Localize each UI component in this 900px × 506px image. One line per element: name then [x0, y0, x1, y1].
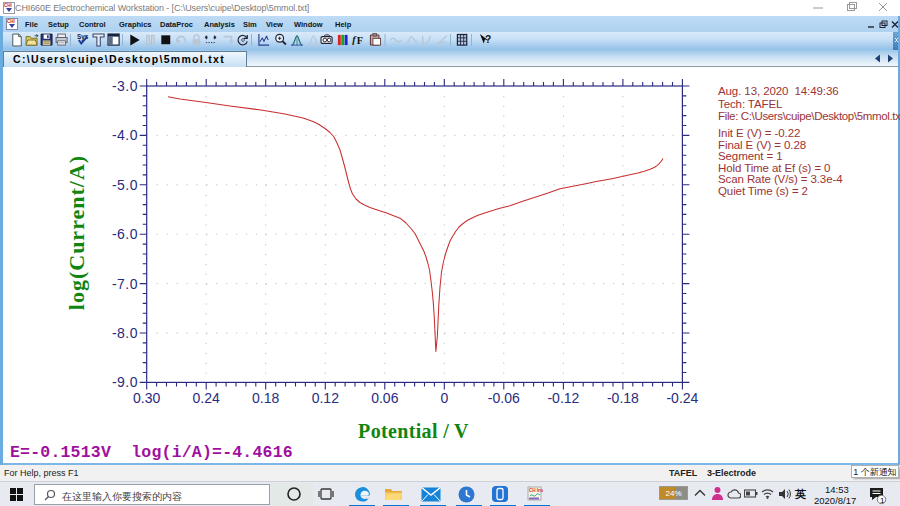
svg-text:F: F: [357, 35, 363, 46]
svg-text:CHI: CHI: [4, 3, 12, 8]
svg-text:1: 1: [880, 496, 885, 505]
svg-text:CH Instr: CH Instr: [529, 488, 543, 493]
svg-text:CHI: CHI: [7, 19, 15, 24]
svg-text:?: ?: [485, 34, 491, 45]
